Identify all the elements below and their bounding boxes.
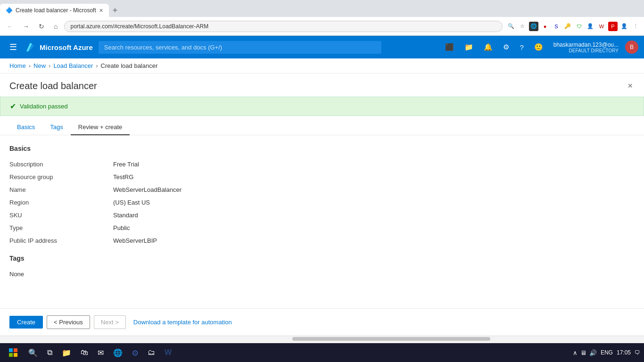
close-button[interactable]: × [626, 79, 635, 93]
tags-section-title: Tags [9, 255, 635, 262]
ext6-icon[interactable]: 👤 [586, 22, 595, 31]
tabs-container: Basics Tags Review + create [0, 120, 644, 135]
bottom-actions: Create < Previous Next > Download a temp… [0, 308, 644, 336]
hamburger-menu[interactable]: ☰ [6, 40, 21, 54]
feedback-icon[interactable]: 🙂 [530, 40, 547, 54]
tab-basics[interactable]: Basics [9, 120, 42, 135]
breadcrumb-new[interactable]: New [33, 62, 46, 69]
download-template-button[interactable]: Download a template for automation [130, 316, 236, 329]
type-value: Public [113, 224, 635, 231]
public-ip-value: WebServerLBIP [113, 237, 635, 244]
field-subscription: Subscription Free Trial [9, 158, 635, 171]
tab-review-create[interactable]: Review + create [71, 120, 130, 135]
breadcrumb-load-balancer[interactable]: Load Balancer [53, 62, 93, 69]
address-input[interactable] [64, 21, 503, 32]
home-button[interactable]: ⌂ [51, 21, 60, 32]
page-content: Create load balancer × ✔ Validation pass… [0, 74, 644, 336]
breadcrumb-sep-2: › [49, 62, 50, 69]
ext8-icon[interactable]: P [608, 22, 618, 31]
scrollbar-thumb[interactable] [292, 337, 490, 341]
cloud-shell-icon[interactable]: ⬛ [441, 40, 458, 54]
resource-group-value: TestRG [113, 173, 635, 181]
address-bar: ← → ↻ ⌂ 🔍 ☆ 🌐 ● S 🔑 🛡 👤 W P 👤 ⋮ [0, 17, 644, 36]
create-button[interactable]: Create [9, 316, 43, 329]
ext4-icon[interactable]: 🔑 [563, 22, 572, 31]
tab-tags[interactable]: Tags [42, 120, 70, 135]
validation-check-icon: ✔ [10, 102, 16, 111]
topbar-icons: ⬛ 📁 🔔 ⚙ ? 🙂 bhaskarmadan.123@ou... DEFAU… [441, 40, 638, 55]
resource-group-label: Resource group [9, 173, 113, 181]
profile-icon[interactable]: 👤 [619, 22, 629, 31]
next-button: Next > [94, 315, 126, 329]
breadcrumb: Home › New › Load Balancer › Create load… [0, 58, 644, 74]
new-tab-button[interactable]: + [109, 4, 122, 17]
user-directory: DEFAULT DIRECTORY [553, 48, 619, 53]
type-label: Type [9, 224, 113, 231]
reload-button[interactable]: ↻ [36, 21, 47, 32]
page-title: Create load balancer [9, 81, 97, 91]
validation-text: Validation passed [20, 103, 68, 110]
field-name: Name WebServerLoadBalancer [9, 183, 635, 196]
tab-title: Create load balancer - Microsoft [16, 7, 96, 14]
tab-close-button[interactable]: ✕ [99, 8, 103, 14]
public-ip-label: Public IP address [9, 237, 113, 244]
user-info[interactable]: bhaskarmadan.123@ou... DEFAULT DIRECTORY [550, 40, 622, 55]
field-region: Region (US) East US [9, 196, 635, 209]
name-value: WebServerLoadBalancer [113, 186, 635, 193]
star-icon[interactable]: ☆ [518, 22, 527, 31]
extension-icons: 🔍 ☆ 🌐 ● S 🔑 🛡 👤 W P 👤 ⋮ [506, 22, 640, 31]
browser-tab[interactable]: 🔷 Create load balancer - Microsoft ✕ [0, 4, 109, 17]
form-content: Basics Subscription Free Trial Resource … [0, 135, 644, 308]
tags-none-value: None [9, 271, 635, 278]
sku-label: SKU [9, 212, 113, 219]
help-icon[interactable]: ? [516, 41, 527, 54]
subscription-label: Subscription [9, 161, 113, 168]
tab-favicon: 🔷 [6, 7, 13, 14]
ext3-icon[interactable]: S [552, 22, 561, 31]
ext1-icon[interactable]: 🌐 [529, 22, 538, 31]
settings-icon[interactable]: ⚙ [499, 40, 513, 54]
back-button[interactable]: ← [4, 21, 16, 32]
user-name: bhaskarmadan.123@ou... [553, 41, 619, 48]
field-sku: SKU Standard [9, 209, 635, 222]
azure-logo[interactable]: Microsoft Azure [26, 42, 93, 52]
field-resource-group: Resource group TestRG [9, 171, 635, 183]
field-public-ip: Public IP address WebServerLBIP [9, 234, 635, 247]
menu-icon[interactable]: ⋮ [631, 22, 640, 31]
forward-button[interactable]: → [20, 21, 32, 32]
search-icon[interactable]: 🔍 [506, 22, 516, 31]
breadcrumb-sep-1: › [29, 62, 31, 69]
horizontal-scrollbar[interactable] [0, 336, 644, 341]
ext2-icon[interactable]: ● [540, 22, 550, 31]
tags-value-row: None [9, 268, 635, 280]
azure-logo-icon [26, 42, 37, 52]
basics-section-title: Basics [9, 145, 635, 152]
azure-search-input[interactable] [99, 41, 381, 54]
previous-button[interactable]: < Previous [47, 315, 90, 329]
validation-banner: ✔ Validation passed [0, 97, 644, 116]
notifications-icon[interactable]: 🔔 [480, 40, 496, 54]
user-avatar[interactable]: B [625, 41, 638, 54]
field-type: Type Public [9, 222, 635, 234]
subscription-value: Free Trial [113, 161, 635, 168]
name-label: Name [9, 186, 113, 193]
breadcrumb-home[interactable]: Home [9, 62, 26, 69]
breadcrumb-sep-3: › [96, 62, 98, 69]
region-label: Region [9, 199, 113, 206]
azure-logo-text: Microsoft Azure [40, 43, 93, 51]
sku-value: Standard [113, 212, 635, 219]
directory-icon[interactable]: 📁 [461, 40, 477, 54]
page-header: Create load balancer × [0, 74, 644, 97]
azure-topbar: ☰ Microsoft Azure ⬛ 📁 🔔 ⚙ ? 🙂 bhaskarmad… [0, 36, 644, 58]
region-value: (US) East US [113, 199, 635, 206]
ext5-icon[interactable]: 🛡 [574, 22, 584, 31]
azure-portal: ☰ Microsoft Azure ⬛ 📁 🔔 ⚙ ? 🙂 bhaskarmad… [0, 36, 644, 341]
breadcrumb-current: Create load balancer [101, 62, 158, 69]
ext7-icon[interactable]: W [597, 22, 606, 31]
